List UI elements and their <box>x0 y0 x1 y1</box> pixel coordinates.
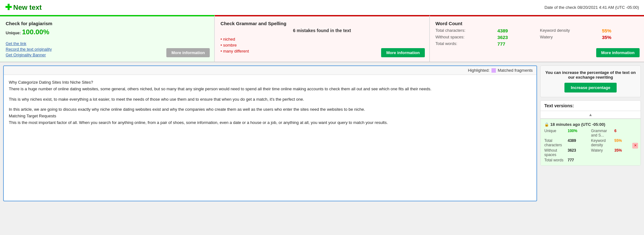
v-chars-val: 4389 <box>568 138 590 147</box>
v-spaces-label: Without spaces <box>544 148 567 157</box>
watery-label: Watery <box>540 35 597 40</box>
keyword-density-label: Keyword density <box>540 28 597 33</box>
text-paragraph-2: This is why niches exist, to make everyt… <box>9 96 531 103</box>
keyword-density-val: 55% <box>602 28 638 33</box>
v-words-label: Total words <box>544 158 567 162</box>
top-bar: ✚ New text Date of the check 08/20/2021 … <box>0 0 644 15</box>
v-unique-label: Unique <box>544 129 567 137</box>
grammar-card: Check Grammar and Spelling 6 mistakes fo… <box>215 15 430 62</box>
unique-label: Unique: <box>6 31 21 35</box>
wordcount-grid: Total characters: 4389 Keyword density 5… <box>436 28 638 47</box>
grammar-subtitle: 6 mistakes found in the text <box>220 28 423 33</box>
versions-box: Text versions: ▲ 🔒 18 minutes ago (UTC -… <box>540 100 641 166</box>
version-item: 🔒 18 minutes ago (UTC -05:00) Unique 100… <box>541 119 641 165</box>
watery-val: 35% <box>602 35 638 40</box>
versions-title: Text versions: <box>541 101 641 111</box>
cards-row: Check for plagiarism Unique: 100.00% Get… <box>0 15 644 62</box>
matched-label: Matched fragments <box>498 68 533 73</box>
unique-value: 100.00% <box>22 28 49 36</box>
plus-icon: ✚ <box>5 3 12 12</box>
get-link[interactable]: Get the link <box>6 41 208 46</box>
v-grammar-label: Grammar and S... <box>591 129 613 137</box>
without-spaces-label: Without spaces: <box>436 35 492 40</box>
increase-text: You can increase the percentage of the t… <box>545 70 636 80</box>
total-chars-val: 4389 <box>497 28 535 33</box>
text-paragraph-1: Why Categorize Dating Sites Into Niche S… <box>9 79 531 92</box>
right-panel: You can increase the percentage of the t… <box>540 65 641 201</box>
text-paragraph-3: In this article, we are going to discuss… <box>9 106 531 126</box>
highlighted-label: Highlighted: <box>468 68 490 73</box>
increase-box: You can increase the percentage of the t… <box>540 65 641 97</box>
mistake-2: sombre <box>220 42 423 48</box>
grammar-more-info-button[interactable]: More information <box>381 48 425 57</box>
text-panel: Highlighted: Matched fragments Why Categ… <box>3 65 537 201</box>
text-panel-header: Highlighted: Matched fragments <box>4 66 536 75</box>
increase-percentage-button[interactable]: Increase percentage <box>564 83 617 92</box>
plagiarism-card: Check for plagiarism Unique: 100.00% Get… <box>0 15 215 62</box>
v-keyword-label: Keyword density <box>591 138 613 147</box>
v-grammar-val: 6 <box>614 129 637 137</box>
v-unique-val: 100% <box>568 129 590 137</box>
total-chars-label: Total characters: <box>436 28 492 33</box>
total-words-label: Total words: <box>436 41 492 47</box>
version-time: 🔒 18 minutes ago (UTC -05:00) <box>544 122 637 127</box>
version-grid: Unique 100% Grammar and S... 6 Total cha… <box>544 129 637 162</box>
v-words-val: 777 <box>568 158 590 162</box>
v-spaces-val: 3623 <box>568 148 590 157</box>
new-text-link[interactable]: ✚ New text <box>5 3 42 12</box>
lock-icon: 🔒 <box>544 122 549 127</box>
text-content[interactable]: Why Categorize Dating Sites Into Niche S… <box>4 75 536 201</box>
without-spaces-val: 3623 <box>497 35 535 40</box>
grammar-title: Check Grammar and Spelling <box>220 21 423 26</box>
plagiarism-title: Check for plagiarism <box>6 21 208 26</box>
new-text-label: New text <box>13 3 42 12</box>
total-words-val: 777 <box>497 41 535 47</box>
scroll-up-button[interactable]: ▲ <box>541 111 641 119</box>
highlight-box-icon <box>491 68 496 73</box>
wordcount-card: Word Count Total characters: 4389 Keywor… <box>430 15 644 62</box>
plagiarism-more-info-button[interactable]: More information <box>166 48 210 57</box>
date-check: Date of the check 08/20/2021 4:41 AM (UT… <box>544 5 639 10</box>
v-chars-label: Total characters <box>544 138 567 147</box>
v-watery-label: Watery <box>591 148 613 157</box>
wordcount-title: Word Count <box>436 21 638 26</box>
v-watery-val: 35% <box>614 148 637 157</box>
main-area: Highlighted: Matched fragments Why Categ… <box>0 62 644 204</box>
mistake-1: niched <box>220 36 423 42</box>
wordcount-more-info-button[interactable]: More information <box>596 48 640 57</box>
version-delete-button[interactable]: ✕ <box>632 143 638 148</box>
